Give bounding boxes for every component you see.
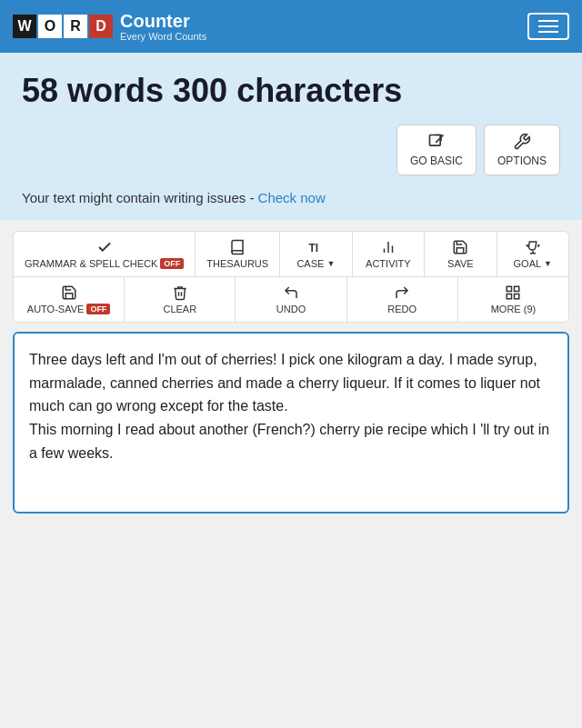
logo-w: W [13, 15, 36, 38]
app-header: W O R D Counter Every Word Counts [0, 0, 582, 53]
grammar-label: GRAMMAR & SPELL CHECK OFF [25, 258, 184, 269]
external-link-icon [427, 133, 446, 151]
hamburger-line-2 [538, 25, 558, 27]
text-case-icon: TI [307, 239, 324, 255]
clear-button[interactable]: CLEAR [125, 277, 236, 322]
app-subtitle: Every Word Counts [120, 31, 206, 42]
hamburger-line-1 [538, 20, 558, 22]
svg-rect-10 [507, 294, 512, 299]
logo: W O R D Counter Every Word Counts [13, 11, 206, 42]
check-now-link[interactable]: Check now [258, 190, 326, 205]
editor-content: Three days left and I'm out of cherries!… [29, 348, 553, 418]
goal-dropdown-arrow: ▼ [544, 259, 552, 268]
go-basic-button[interactable]: GO BASIC [396, 125, 477, 175]
toolbar: GRAMMAR & SPELL CHECK OFF THESAURUS TI C… [13, 231, 569, 323]
goal-button[interactable]: GOAL ▼ [497, 232, 568, 276]
svg-rect-9 [515, 294, 519, 299]
wrench-icon [513, 133, 531, 151]
svg-line-1 [436, 135, 443, 143]
trash-icon [172, 284, 188, 301]
redo-button[interactable]: REDO [347, 277, 458, 322]
undo-label: UNDO [276, 304, 306, 314]
logo-o: O [38, 15, 62, 38]
more-button[interactable]: MORE (9) [458, 277, 568, 322]
case-button[interactable]: TI CASE ▼ [280, 232, 352, 276]
logo-d: D [89, 15, 113, 38]
checkmark-icon [96, 239, 113, 255]
logo-r: R [64, 15, 87, 38]
more-label: MORE (9) [491, 304, 537, 314]
auto-save-button[interactable]: AUTO-SAVE OFF [14, 277, 125, 322]
grammar-text: GRAMMAR & SPELL CHECK [25, 258, 157, 269]
save-icon [452, 239, 468, 255]
text-editor[interactable]: Three days left and I'm out of cherries!… [13, 332, 569, 514]
writing-issues-text: Your text might contain writing issues - [22, 190, 258, 205]
save-button[interactable]: SAVE [425, 232, 497, 276]
logo-letters: W O R D [13, 15, 113, 38]
redo-label: REDO [387, 304, 416, 314]
activity-label: ACTIVITY [366, 258, 411, 269]
toolbar-row-2: AUTO-SAVE OFF CLEAR UNDO [14, 277, 568, 322]
menu-button[interactable] [527, 13, 569, 40]
hamburger-line-3 [538, 31, 558, 33]
svg-text:TI: TI [309, 242, 319, 254]
save-label: SAVE [447, 258, 474, 269]
undo-button[interactable]: UNDO [236, 277, 346, 322]
logo-text: Counter Every Word Counts [120, 11, 206, 42]
goal-label: GOAL ▼ [514, 258, 553, 269]
app-title: Counter [120, 11, 206, 31]
svg-rect-8 [515, 286, 519, 291]
book-icon [229, 239, 246, 255]
thesaurus-button[interactable]: THESAURUS [196, 232, 280, 276]
clear-label: CLEAR [163, 304, 196, 314]
stats-buttons: GO BASIC OPTIONS [22, 125, 560, 175]
auto-save-label: AUTO-SAVE OFF [27, 304, 111, 314]
go-basic-label: GO BASIC [410, 155, 463, 167]
floppy-disk-icon [61, 284, 77, 301]
options-label: OPTIONS [497, 155, 547, 167]
thesaurus-label: THESAURUS [206, 258, 268, 269]
grid-icon [505, 284, 521, 301]
bar-chart-icon [380, 239, 396, 255]
grammar-spell-check-button[interactable]: GRAMMAR & SPELL CHECK OFF [14, 232, 196, 276]
trophy-icon [525, 239, 541, 255]
toolbar-row-1: GRAMMAR & SPELL CHECK OFF THESAURUS TI C… [14, 232, 568, 277]
editor-content-2: This morning I read about another (Frenc… [29, 418, 553, 464]
redo-icon [394, 284, 410, 301]
writing-issues: Your text might contain writing issues -… [22, 190, 560, 205]
options-button[interactable]: OPTIONS [484, 125, 560, 175]
svg-rect-7 [507, 286, 512, 291]
grammar-badge: OFF [160, 258, 184, 269]
case-dropdown-arrow: ▼ [326, 259, 335, 268]
auto-save-badge: OFF [86, 304, 110, 314]
case-label: CASE ▼ [296, 258, 335, 269]
undo-icon [283, 284, 299, 301]
stats-area: 58 words 300 characters GO BASIC OPTIONS… [0, 53, 582, 220]
stats-title: 58 words 300 characters [22, 71, 560, 110]
activity-button[interactable]: ACTIVITY [353, 232, 425, 276]
